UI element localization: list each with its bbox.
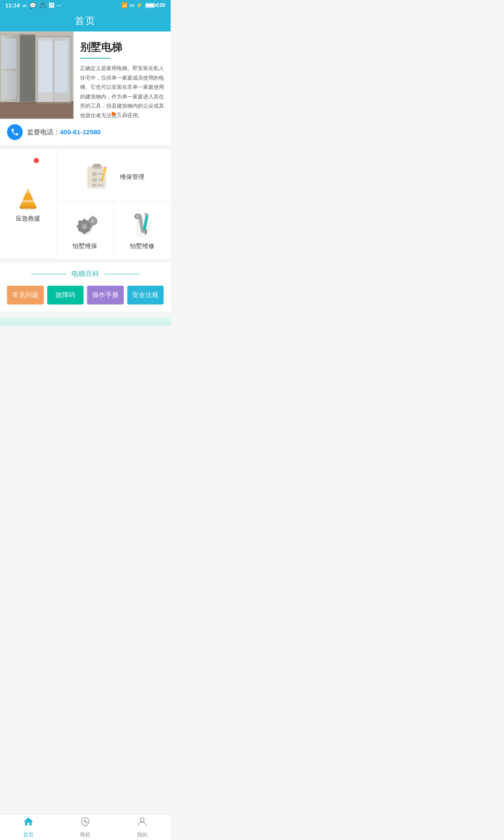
- signal-icon: ▭: [130, 2, 134, 8]
- yihe-maintenance-label: 怡墅维保: [73, 242, 97, 250]
- regulations-button[interactable]: 安全法规: [127, 286, 164, 304]
- phone-bar[interactable]: 监督电话：400-61-12580: [0, 119, 171, 146]
- phone-label: 监督电话：: [27, 128, 60, 136]
- svg-point-37: [81, 224, 87, 229]
- yihe-repair-label: 怡墅维修: [130, 242, 154, 250]
- battery-icon: [145, 3, 155, 8]
- banner-underline: [80, 58, 111, 59]
- section-title: 电梯百科: [7, 270, 164, 279]
- yihe-repair-service[interactable]: 怡墅维修: [114, 202, 171, 259]
- svg-rect-30: [92, 184, 97, 187]
- svg-rect-41: [89, 225, 92, 228]
- phone-icon: [7, 124, 23, 140]
- svg-rect-48: [92, 216, 94, 218]
- music-icon: 🎵: [39, 2, 46, 9]
- message-icon: 💬: [29, 2, 36, 9]
- svg-rect-13: [2, 38, 17, 69]
- emergency-service[interactable]: 应急救援: [0, 149, 57, 259]
- section-title-text: 电梯百科: [71, 270, 99, 279]
- cone-icon: [15, 185, 41, 211]
- services-grid: 应急救援: [0, 149, 171, 259]
- svg-rect-11: [20, 35, 36, 101]
- services-section: 应急救援: [0, 149, 171, 259]
- nav-placeholder: [0, 326, 171, 352]
- banner-section: 别墅电梯 正确定义是家用电梯。即安装在私人住宅中，仅供单一家庭成员使用的电梯。它…: [0, 32, 171, 119]
- status-left: 11:14 ∞ 💬 🎵 🖼 ···: [5, 2, 61, 9]
- banner-image: [0, 32, 74, 119]
- svg-rect-40: [77, 225, 80, 228]
- svg-rect-28: [92, 178, 97, 182]
- faq-button[interactable]: 常见问题: [7, 286, 44, 304]
- svg-rect-15: [0, 102, 74, 103]
- page-title: 首页: [75, 14, 96, 28]
- dot-4[interactable]: [129, 112, 132, 116]
- page-header: 首页: [0, 10, 171, 32]
- svg-rect-27: [98, 173, 103, 175]
- banner-title: 别墅电梯: [80, 40, 164, 54]
- banner-dots: [74, 112, 171, 116]
- banner-content: 别墅电梯 正确定义是家用电梯。即安装在私人住宅中，仅供单一家庭成员使用的电梯。它…: [74, 32, 171, 119]
- svg-rect-25: [94, 164, 101, 167]
- svg-rect-49: [92, 223, 94, 225]
- svg-rect-50: [88, 220, 90, 222]
- dot-3[interactable]: [123, 112, 126, 116]
- svg-rect-39: [83, 231, 85, 234]
- title-line-right: [105, 274, 140, 274]
- encyclopedia-section: 电梯百科 常见问题 故障码 操作手册 安全法规: [0, 262, 171, 312]
- notification-badge: [34, 158, 39, 163]
- svg-rect-20: [20, 206, 37, 209]
- svg-rect-12: [35, 34, 37, 102]
- svg-rect-6: [55, 41, 68, 92]
- svg-rect-51: [95, 220, 97, 222]
- more-icon: ···: [57, 2, 62, 9]
- image-icon: 🖼: [49, 2, 54, 9]
- svg-rect-14: [2, 71, 17, 99]
- svg-rect-58: [144, 213, 147, 216]
- teaser-strip: [0, 317, 171, 326]
- elevator-svg: [0, 32, 74, 119]
- svg-rect-26: [92, 172, 97, 176]
- fault-code-button[interactable]: 故障码: [47, 286, 84, 304]
- status-bar: 11:14 ∞ 💬 🎵 🖼 ··· 📶 ▭ ⚡ 100: [0, 0, 171, 10]
- wifi-icon: 📶: [121, 2, 128, 8]
- spacer: [0, 312, 171, 317]
- phone-number: 400-61-12580: [60, 128, 101, 136]
- time-display: 11:14: [5, 2, 20, 9]
- lightning-icon: ⚡: [136, 2, 143, 8]
- status-right: 📶 ▭ ⚡ 100: [121, 2, 165, 8]
- maintenance-label: 维保管理: [120, 173, 144, 181]
- infinity-icon: ∞: [22, 2, 26, 9]
- maintenance-service[interactable]: 维保管理: [57, 149, 171, 202]
- battery-level: 100: [157, 2, 165, 8]
- gears-icon: [71, 210, 99, 239]
- dot-2[interactable]: [117, 112, 121, 116]
- banner-text: 正确定义是家用电梯。即安装在私人住宅中，仅供单一家庭成员使用的电梯。它也可以安装…: [80, 64, 164, 119]
- manual-button[interactable]: 操作手册: [87, 286, 124, 304]
- elevator-visual: [0, 32, 74, 119]
- phone-text: 监督电话：400-61-12580: [27, 128, 101, 136]
- svg-rect-5: [39, 41, 52, 92]
- svg-point-47: [91, 219, 94, 223]
- svg-rect-38: [83, 219, 85, 222]
- yihe-maintenance-service[interactable]: 怡墅维保: [57, 202, 114, 259]
- svg-rect-19: [22, 200, 34, 202]
- dot-1[interactable]: [112, 112, 115, 116]
- clipboard-icon: [83, 161, 111, 189]
- tools-icon: [130, 210, 154, 239]
- service-right-col: 维保管理: [57, 149, 171, 259]
- emergency-label: 应急救援: [16, 215, 40, 223]
- service-bottom-row: 怡墅维保: [57, 202, 171, 259]
- encyclopedia-buttons: 常见问题 故障码 操作手册 安全法规: [7, 286, 164, 304]
- title-line-left: [31, 274, 66, 274]
- svg-rect-31: [98, 185, 103, 186]
- svg-rect-1: [0, 101, 74, 118]
